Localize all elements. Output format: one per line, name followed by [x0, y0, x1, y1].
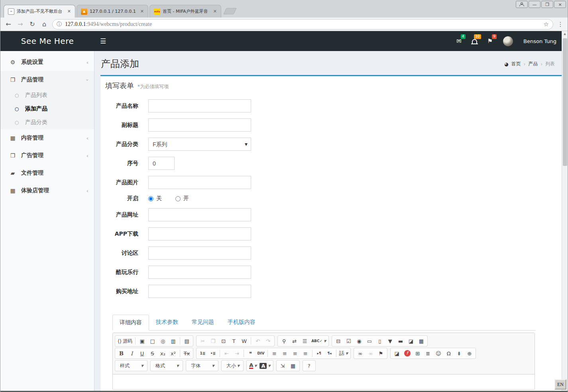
bold-icon[interactable]: B	[116, 349, 126, 358]
image-icon[interactable]: ◪	[392, 349, 402, 358]
messages-button[interactable]: ✉4	[456, 37, 462, 45]
new-tab-button[interactable]	[223, 8, 236, 14]
bookmark-star-icon[interactable]: ☆	[544, 21, 549, 28]
show-blocks-icon[interactable]: ▦	[288, 361, 298, 370]
bulleted-list-icon[interactable]: •≣	[208, 349, 218, 358]
subtitle-input[interactable]	[148, 118, 251, 132]
scrollbar-thumb[interactable]	[563, 38, 567, 166]
sidebar-item-product-list[interactable]: ○ 产品列表	[0, 89, 94, 102]
notifications-button[interactable]: 10	[472, 37, 477, 45]
align-left-icon[interactable]: ≡	[269, 349, 279, 358]
tab-faq[interactable]: 常见问题	[185, 315, 221, 331]
special-char-icon[interactable]: Ω	[444, 349, 454, 358]
div-container-icon[interactable]: DIV	[256, 349, 266, 358]
sidebar-toggle-icon[interactable]: ☰	[94, 37, 112, 45]
text-color-icon[interactable]: A▼	[248, 361, 258, 370]
editor-content-area[interactable]	[113, 374, 535, 389]
templates-icon[interactable]: ▤	[182, 337, 192, 345]
breadcrumb-home[interactable]: 首页	[511, 61, 521, 67]
app-download-input[interactable]	[148, 227, 251, 240]
dir-ltr-icon[interactable]: ▸¶	[314, 349, 324, 358]
subscript-icon[interactable]: x₂	[158, 349, 168, 358]
underline-icon[interactable]: U	[137, 349, 147, 358]
find-icon[interactable]: ⚲	[279, 337, 289, 345]
language-icon[interactable]: 話▼	[338, 349, 349, 358]
about-icon[interactable]: ?	[304, 361, 314, 370]
sidebar-item-product-category[interactable]: ○ 产品分类	[0, 116, 94, 129]
textarea-icon[interactable]: ▯	[375, 337, 385, 345]
form-icon[interactable]: ⊟	[333, 337, 343, 345]
forward-icon[interactable]: →	[16, 20, 24, 28]
link-icon[interactable]: ∞	[355, 349, 365, 358]
flash-icon[interactable]: f	[402, 349, 412, 358]
maximize-icon[interactable]: ⇲	[278, 361, 288, 370]
radio-button-icon[interactable]: ◉	[354, 337, 364, 345]
sequence-input[interactable]	[148, 157, 175, 170]
avatar[interactable]	[503, 36, 513, 46]
close-button[interactable]: ×	[554, 1, 566, 8]
kuwan-input[interactable]	[148, 266, 251, 279]
radio-option-off[interactable]: 关	[148, 195, 162, 202]
product-url-input[interactable]	[148, 208, 251, 221]
product-category-select[interactable]: F系列	[148, 138, 251, 151]
source-button[interactable]: ⟨⟩源码	[116, 337, 134, 345]
sidebar-item-content-management[interactable]: ▦ 内容管理 ‹	[0, 129, 94, 147]
radio-on-input[interactable]	[175, 196, 181, 201]
site-info-icon[interactable]: ⓘ	[57, 21, 62, 28]
back-icon[interactable]: ←	[4, 20, 12, 28]
paste-word-icon[interactable]: W	[239, 337, 249, 345]
browser-tab-3[interactable]: mifa 首页 - MIFA户外蓝牙音 ✕	[149, 5, 221, 18]
browser-tab-2[interactable]: ▲ 127.0.0.1 / 127.0.0.1 ✕	[77, 5, 148, 18]
tasks-button[interactable]: ⚑9	[487, 37, 493, 45]
product-name-input[interactable]	[148, 99, 251, 112]
dir-rtl-icon[interactable]: ¶◂	[324, 349, 334, 358]
radio-option-on[interactable]: 开	[175, 195, 189, 202]
product-image-input[interactable]	[148, 176, 251, 189]
url-bar[interactable]: ⓘ 127.0.0.1:9494/webcms/product/create ☆	[52, 19, 553, 30]
format-dropdown[interactable]: 格式▼	[152, 361, 181, 370]
font-dropdown[interactable]: 字体▼	[187, 361, 217, 370]
styles-dropdown[interactable]: 样式▼	[116, 361, 146, 370]
ime-indicator[interactable]: EN	[554, 379, 566, 390]
new-page-icon[interactable]: □	[147, 337, 157, 345]
sidebar-item-add-product[interactable]: ○ 添加产品	[0, 102, 94, 116]
remove-format-icon[interactable]: Tx	[182, 349, 192, 358]
page-scrollbar[interactable]: ▲	[562, 31, 568, 392]
brand-logo[interactable]: See Me Here	[0, 36, 94, 46]
align-right-icon[interactable]: ≡	[290, 349, 300, 358]
radio-off-input[interactable]	[148, 196, 153, 201]
horizontal-rule-icon[interactable]: ≣	[423, 349, 433, 358]
sidebar-item-file-management[interactable]: ▰ 文件管理	[0, 164, 94, 182]
select-all-icon[interactable]: ☰	[300, 337, 310, 345]
replace-icon[interactable]: ⇄	[289, 337, 299, 345]
hidden-field-icon[interactable]: ▦	[416, 337, 426, 345]
sidebar-item-store-management[interactable]: ▦ 体验店管理 ‹	[0, 182, 94, 199]
tab-detail-content[interactable]: 详细内容	[112, 315, 149, 331]
table-icon[interactable]: ⊞	[413, 349, 423, 358]
superscript-icon[interactable]: x²	[168, 349, 178, 358]
justify-icon[interactable]: ≡	[301, 349, 311, 358]
paste-text-icon[interactable]: T	[229, 337, 239, 345]
blockquote-icon[interactable]: ❝	[246, 349, 256, 358]
profile-button[interactable]	[516, 1, 528, 8]
reload-icon[interactable]: ↻	[28, 20, 36, 28]
paste-icon[interactable]: ⊡	[218, 337, 228, 345]
tab-tech-params[interactable]: 技术参数	[149, 315, 185, 331]
checkbox-icon[interactable]: ☑	[344, 337, 354, 345]
print-icon[interactable]: ▥	[168, 337, 178, 345]
tab-mobile-content[interactable]: 手机版内容	[221, 315, 262, 331]
tab-close-icon[interactable]: ✕	[212, 9, 218, 14]
italic-icon[interactable]: I	[127, 349, 137, 358]
iframe-icon[interactable]: ⊕	[464, 349, 474, 358]
browser-tab-1[interactable]: ≡ 添加产品-不见不散后台 ✕	[4, 5, 75, 18]
smiley-icon[interactable]: ☺	[433, 349, 443, 358]
breadcrumb-product[interactable]: 产品	[528, 61, 538, 67]
home-icon[interactable]: ⌂	[40, 20, 48, 28]
sidebar-item-ad-management[interactable]: ❐ 广告管理 ‹	[0, 147, 94, 164]
buy-address-input[interactable]	[148, 285, 251, 298]
user-name[interactable]: Benson Tung	[523, 38, 556, 44]
sidebar-item-system-settings[interactable]: ⚙ 系统设置 ‹	[0, 53, 94, 71]
anchor-icon[interactable]: ⚑	[376, 349, 386, 358]
image-button-icon[interactable]: ◪	[406, 337, 416, 345]
save-icon[interactable]: ▣	[137, 337, 147, 345]
